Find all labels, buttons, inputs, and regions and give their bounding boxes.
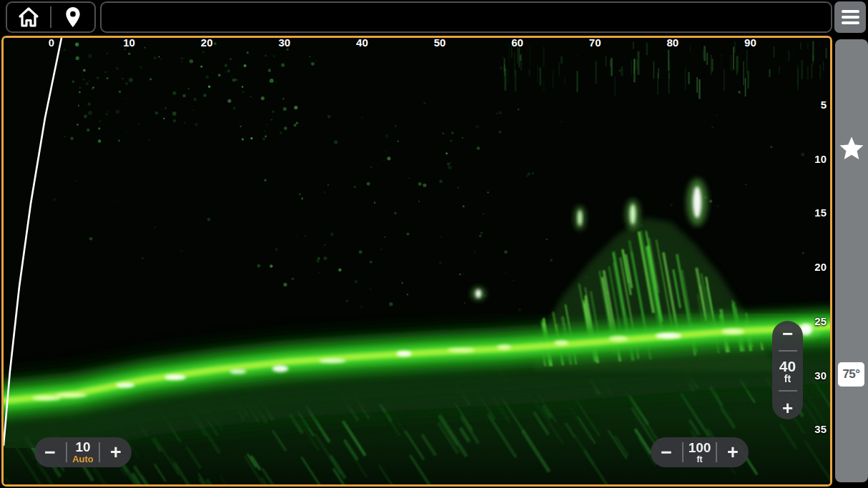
home-button[interactable] bbox=[7, 3, 50, 31]
divider bbox=[779, 350, 797, 352]
hamburger-menu-icon bbox=[842, 10, 859, 24]
depth-tick: 20 bbox=[814, 261, 827, 273]
distance-tick: 0 bbox=[49, 36, 54, 49]
minus-icon: − bbox=[782, 323, 793, 344]
distance-tick: 10 bbox=[123, 36, 135, 49]
zoom-depth-value: 40 bbox=[779, 359, 796, 374]
range-value: 100 ft bbox=[684, 441, 716, 464]
menu-button[interactable] bbox=[834, 1, 866, 33]
depth-tick: 15 bbox=[814, 206, 827, 219]
distance-tick: 40 bbox=[356, 36, 368, 49]
plus-icon: + bbox=[110, 442, 122, 463]
range-control: − 100 ft + bbox=[651, 437, 749, 467]
zoom-depth-unit: ft bbox=[784, 374, 791, 384]
sensitivity-plus-button[interactable]: + bbox=[100, 439, 132, 466]
depth-tick: 5 bbox=[821, 99, 827, 111]
sonar-view[interactable]: 0102030405060708090 5101520253035 bbox=[1, 36, 832, 487]
sensitivity-minus-button[interactable]: − bbox=[34, 439, 66, 466]
distance-tick: 90 bbox=[744, 36, 756, 49]
depth-tick: 30 bbox=[814, 369, 827, 382]
location-pin-icon bbox=[64, 6, 82, 28]
star-icon[interactable] bbox=[838, 135, 865, 162]
distance-tick: 50 bbox=[434, 36, 446, 49]
sonar-image bbox=[4, 38, 830, 484]
zoom-value: 40 ft bbox=[779, 359, 796, 384]
distance-tick: 80 bbox=[666, 36, 679, 49]
zoom-control: − 40 ft + bbox=[772, 321, 803, 419]
temperature-value: 75° bbox=[842, 367, 859, 382]
temperature-badge: 75° bbox=[838, 362, 864, 387]
divider bbox=[779, 390, 797, 392]
plus-icon: + bbox=[727, 442, 739, 463]
distance-tick: 30 bbox=[278, 36, 290, 49]
distance-tick: 70 bbox=[589, 36, 601, 49]
sensitivity-value: 10 Auto bbox=[67, 440, 99, 464]
minus-icon: − bbox=[661, 442, 672, 463]
zoom-in-button[interactable]: + bbox=[782, 399, 793, 417]
title-bar bbox=[100, 1, 832, 33]
depth-tick: 10 bbox=[814, 153, 827, 165]
depth-tick: 25 bbox=[814, 315, 827, 327]
depth-tick: 35 bbox=[814, 423, 827, 435]
distance-tick: 60 bbox=[511, 36, 523, 49]
nav-button-group bbox=[6, 1, 96, 33]
home-icon bbox=[17, 6, 40, 28]
range-minus-button[interactable]: − bbox=[651, 439, 682, 466]
auto-label: Auto bbox=[72, 454, 94, 464]
range-plus-button[interactable]: + bbox=[717, 439, 749, 466]
waypoint-button[interactable] bbox=[51, 3, 94, 31]
fishfinder-screen: 0102030405060708090 5101520253035 75° − … bbox=[0, 0, 868, 488]
plus-icon: + bbox=[782, 397, 793, 419]
right-sidebar: 75° bbox=[835, 39, 868, 482]
sensitivity-control: − 10 Auto + bbox=[34, 437, 132, 467]
zoom-out-button[interactable]: − bbox=[782, 324, 793, 343]
minus-icon: − bbox=[44, 442, 56, 463]
distance-tick: 20 bbox=[201, 36, 213, 49]
